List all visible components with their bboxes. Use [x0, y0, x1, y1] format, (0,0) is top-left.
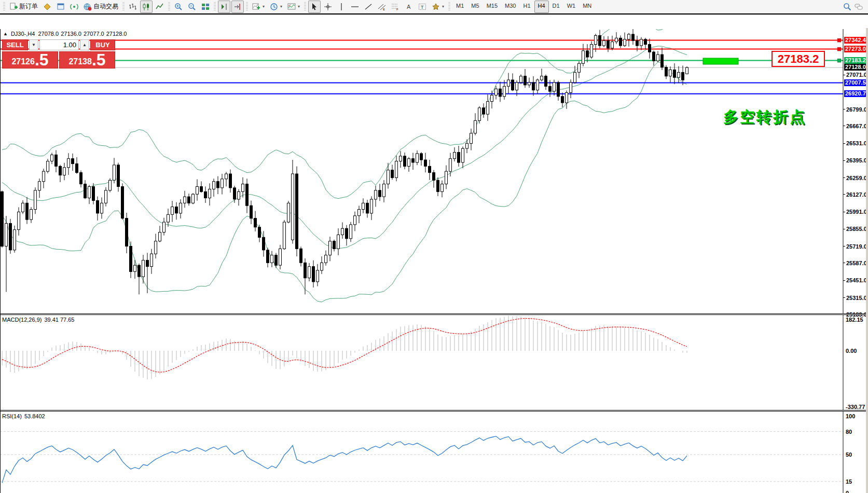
search-icon[interactable]	[843, 3, 851, 11]
price-tick-25855.0: 25855.0	[846, 226, 867, 232]
channel-button[interactable]: E	[376, 1, 388, 13]
chart-header: ▲ DJ30-,H4 27078.0 27136.0 27077.0 27128…	[3, 31, 127, 37]
sell-price-box[interactable]: 27126.5	[2, 51, 58, 69]
toolbar-gripper	[214, 2, 216, 11]
periods-icon	[270, 3, 278, 11]
market-watch-button[interactable]	[41, 1, 53, 13]
bar-chart-button[interactable]	[127, 1, 139, 13]
timeframe-button-W1[interactable]: W1	[563, 1, 580, 13]
text-button[interactable]: A	[403, 1, 415, 13]
fibonacci-button[interactable]: F	[389, 1, 402, 13]
cursor-icon	[310, 3, 319, 11]
indicators-button[interactable]: ▾	[250, 1, 267, 13]
timeframe-button-MN[interactable]: MN	[579, 1, 595, 13]
chart-left-border	[0, 29, 1, 493]
text-label-button[interactable]: T	[416, 1, 429, 13]
toolbar-right	[843, 3, 866, 11]
new-order-icon	[9, 3, 18, 11]
price-tick-25991.0: 25991.0	[846, 209, 867, 215]
horizontal-line-button[interactable]	[349, 1, 361, 13]
volume-decrease-button[interactable]: ▼	[29, 39, 38, 50]
buy-price-frac: .5	[92, 52, 106, 67]
rsi-scale-50: 50	[846, 451, 852, 458]
market-watch-icon	[43, 3, 51, 11]
vertical-line-button[interactable]	[335, 1, 348, 13]
ohlc-high: 27136.0	[61, 31, 81, 37]
macd-signal-value: 77.65	[60, 317, 75, 323]
volume-input[interactable]: 1.00	[39, 39, 79, 50]
sell-button[interactable]: SELL	[2, 39, 28, 50]
axis-labels-layer: 27071.026799.026667.026531.026395.026259…	[0, 15, 868, 493]
chat-icon[interactable]	[855, 3, 863, 11]
price-tick-mark	[843, 194, 845, 195]
svg-text:T: T	[421, 4, 424, 9]
symbol-period-label: DJ30-,H4	[11, 31, 35, 37]
rsi-name: RSI(14)	[2, 413, 22, 419]
volume-increase-button[interactable]: ▲	[80, 39, 89, 50]
price-tick-mark	[843, 75, 845, 75]
buy-price-box[interactable]: 27138.5	[59, 51, 115, 69]
timeframe-button-D1[interactable]: D1	[549, 1, 563, 13]
zoom-out-button[interactable]	[186, 1, 198, 13]
candlestick-chart-button[interactable]	[140, 1, 153, 13]
main-macd-separator[interactable]	[0, 313, 868, 315]
indicators-icon	[252, 3, 260, 11]
navigator-button[interactable]	[68, 1, 80, 13]
timeframe-button-H4[interactable]: H4	[534, 1, 549, 13]
cn-annotation-text[interactable]: 多空转折点	[723, 107, 806, 128]
crosshair-button[interactable]	[322, 1, 334, 13]
toolbar-gripper	[448, 2, 450, 11]
toolbar: 新订单 自动交易	[0, 0, 868, 13]
price-tick-mark	[843, 246, 845, 246]
new-order-button[interactable]: 新订单	[7, 1, 40, 13]
templates-button[interactable]: ▾	[285, 1, 302, 13]
text-label-icon: T	[418, 3, 426, 11]
sell-price-main: 27126	[11, 56, 35, 67]
tile-windows-icon	[201, 3, 210, 11]
timeframe-button-M15[interactable]: M15	[483, 1, 501, 13]
buy-button[interactable]: BUY	[90, 39, 115, 50]
price-callout-box[interactable]: 27183.2	[771, 51, 825, 67]
price-tick-mark	[843, 263, 845, 263]
sell-price-frac: .5	[35, 52, 49, 67]
price-tick-mark	[843, 280, 845, 281]
chart-shift-icon	[220, 3, 228, 11]
price-label-27273.0: 27273.0	[844, 46, 868, 52]
navigator-icon	[70, 3, 78, 11]
macd-value: 39.41	[44, 317, 59, 323]
trendline-button[interactable]	[362, 1, 375, 13]
zoom-in-button[interactable]	[172, 1, 185, 13]
price-tick-mark	[843, 212, 845, 212]
cursor-button[interactable]	[308, 1, 321, 13]
timeframe-group: M1M5M15M30H1H4D1W1MN	[452, 1, 595, 13]
macd-scale-0.00: 0.00	[846, 348, 857, 354]
chart-shift-button[interactable]	[218, 1, 230, 13]
auto-trading-label: 自动交易	[93, 2, 118, 11]
price-tick-26531.0: 26531.0	[846, 140, 867, 146]
price-tick-26259.0: 26259.0	[846, 175, 867, 181]
macd-header: MACD(12,26,9) 39.41 77.65	[2, 317, 74, 323]
price-label-27128.0: 27128.0	[844, 64, 868, 71]
shapes-button[interactable]: ▾	[430, 1, 446, 13]
timeframe-button-M30[interactable]: M30	[501, 1, 519, 13]
timeframe-button-M5[interactable]: M5	[467, 1, 483, 13]
price-tick-mark	[843, 143, 845, 144]
macd-scale-182.15: 182.15	[846, 317, 863, 323]
collapse-arrow-icon[interactable]: ▲	[3, 31, 8, 36]
macd-rsi-separator[interactable]	[0, 410, 868, 412]
fibonacci-icon: F	[391, 3, 399, 11]
timeframe-button-H1[interactable]: H1	[519, 1, 534, 13]
auto-trading-button[interactable]: 自动交易	[81, 1, 120, 13]
tile-windows-button[interactable]	[199, 1, 212, 13]
timeframe-button-M1[interactable]: M1	[452, 1, 467, 13]
vertical-line-icon	[337, 3, 346, 11]
auto-scroll-button[interactable]	[231, 1, 244, 13]
line-chart-button[interactable]	[154, 1, 166, 13]
macd-scale--330.77: -330.77	[846, 404, 865, 410]
svg-text:A: A	[407, 4, 411, 10]
periods-button[interactable]: ▾	[268, 1, 284, 13]
price-tick-25315.0: 25315.0	[846, 295, 867, 301]
rsi-scale-80: 80	[846, 429, 852, 435]
data-window-button[interactable]	[54, 1, 67, 13]
price-tick-27071.0: 27071.0	[846, 72, 867, 78]
